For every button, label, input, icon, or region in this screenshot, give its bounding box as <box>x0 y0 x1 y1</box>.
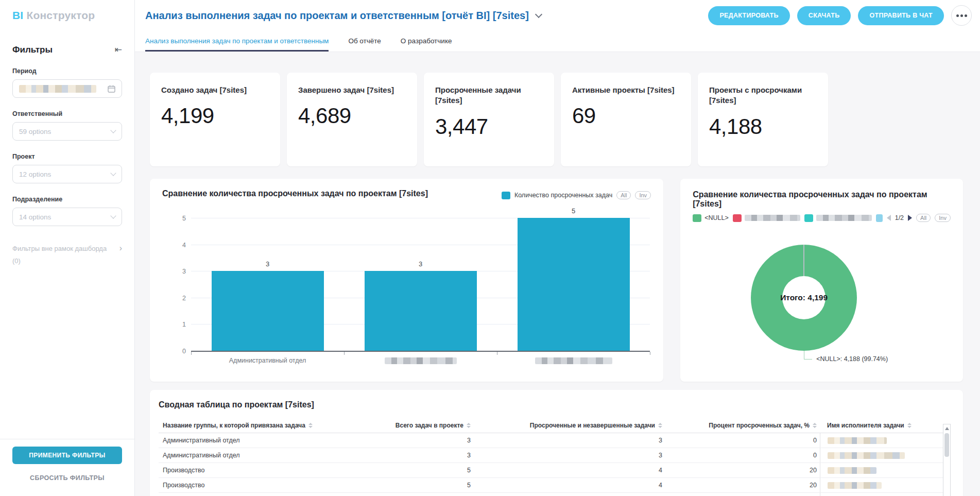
sort-icon[interactable] <box>308 423 313 428</box>
donut-legend-item[interactable]: <NULL> <box>693 214 729 222</box>
kpi-card: Активные проекты [7sites]69 <box>561 73 691 166</box>
sort-icon[interactable] <box>467 423 471 428</box>
legend-inv-button[interactable]: Inv <box>935 214 951 222</box>
cell-executor <box>820 463 951 477</box>
donut-ring[interactable]: Итого: 4,199 <box>751 245 857 351</box>
table-header-cell[interactable]: Имя исполнителя задачи <box>820 422 951 429</box>
header-label: Имя исполнителя задачи <box>827 422 904 429</box>
edit-button[interactable]: РЕДАКТИРОВАТЬ <box>708 6 789 25</box>
outer-filters-link[interactable]: Фильтры вне рамок дашборда › (0) <box>12 244 122 265</box>
bar-value-label: 3 <box>266 260 269 268</box>
cell-percent: 20 <box>665 482 820 489</box>
donut-legend-item[interactable] <box>804 214 872 222</box>
select-input[interactable]: 59 options <box>12 122 122 141</box>
legend-swatch <box>693 214 701 222</box>
download-button[interactable]: СКАЧАТЬ <box>797 6 851 25</box>
app-logo: BI Конструктор <box>12 0 122 31</box>
kpi-row: Создано задач [7sites]4,199Завершено зад… <box>150 73 963 166</box>
more-options-button[interactable] <box>951 5 972 26</box>
cell-total: 3 <box>349 452 474 459</box>
cell-overdue: 4 <box>474 482 665 489</box>
y-axis-label: 4 <box>169 242 186 249</box>
sort-icon[interactable] <box>658 423 662 428</box>
donut-chart-panel: Сравнение количества просроченных задач … <box>680 179 963 382</box>
report-title-dropdown[interactable]: Анализ выполнения задач по проектам и от… <box>145 10 541 22</box>
axis-tick <box>650 352 650 355</box>
table-row: Производство5420 <box>159 493 951 496</box>
kpi-card: Создано задач [7sites]4,199 <box>150 73 280 166</box>
table-row: Административный отдел330 <box>159 433 951 448</box>
page-title: Анализ выполнения задач по проектам и от… <box>145 10 529 22</box>
header-label: Название группы, к которой привязана зад… <box>163 422 305 429</box>
select-input[interactable]: 12 options <box>12 165 122 183</box>
apply-filters-button[interactable]: ПРИМЕНИТЬ ФИЛЬТРЫ <box>12 447 122 464</box>
donut-chart-legend: <NULL>1/2AllInv <box>693 214 951 222</box>
kpi-card: Проекты с просрочками [7sites]4,188 <box>698 73 828 166</box>
tab-2[interactable]: Об отчёте <box>348 31 381 52</box>
filter-label: Проект <box>12 153 122 160</box>
app-root: BI Конструктор Фильтры ⇤ ПериодОтветстве… <box>0 0 980 496</box>
kpi-value: 4,199 <box>161 104 269 128</box>
donut-legend-item[interactable] <box>733 214 800 222</box>
legend-label: Количество просроченных задач <box>514 192 612 199</box>
chevron-down-icon <box>110 213 116 218</box>
y-axis-label: 1 <box>169 321 186 328</box>
sort-icon[interactable] <box>907 423 912 428</box>
y-axis-label: 3 <box>169 268 186 275</box>
donut-legend-item[interactable] <box>876 214 883 222</box>
cell-group: Административный отдел <box>159 437 349 444</box>
kpi-card: Завершено задач [7sites]4,689 <box>287 73 417 166</box>
bar[interactable] <box>212 271 324 351</box>
legend-inv-button[interactable]: Inv <box>635 191 651 199</box>
redacted-executor-name <box>828 482 882 489</box>
legend-all-button[interactable]: All <box>916 214 931 222</box>
cell-executor <box>820 448 951 463</box>
filter-group: Период <box>12 67 122 98</box>
y-axis-label: 5 <box>169 215 186 222</box>
tab-1[interactable]: Анализ выполнения задач по проектам и от… <box>145 31 329 52</box>
outer-filters-label: Фильтры вне рамок дашборда <box>12 245 107 252</box>
legend-all-button[interactable]: All <box>616 191 631 199</box>
select-input[interactable]: 14 options <box>12 208 122 226</box>
table-row: Производство5420 <box>159 463 951 478</box>
bar-value-label: 3 <box>419 260 422 268</box>
scroll-up-icon[interactable] <box>945 427 949 430</box>
pager-next-icon[interactable] <box>908 215 912 221</box>
table-row: Производство5420 <box>159 478 951 493</box>
cell-percent: 0 <box>665 437 820 444</box>
sort-icon[interactable] <box>813 423 817 428</box>
tab-3[interactable]: О разработчике <box>401 31 452 52</box>
header-label: Всего задач в проекте <box>396 422 463 429</box>
filter-list: ПериодОтветственный59 optionsПроект12 op… <box>12 67 122 226</box>
cell-total: 3 <box>349 437 474 444</box>
reset-filters-button[interactable]: СБРОСИТЬ ФИЛЬТРЫ <box>12 474 122 482</box>
collapse-sidebar-icon[interactable]: ⇤ <box>115 44 122 55</box>
table-header-cell[interactable]: Процент просроченных задач, % <box>665 422 820 429</box>
scrollbar-thumb[interactable] <box>944 433 949 457</box>
redacted-legend-label <box>816 215 872 221</box>
bar-chart-legend: Количество просроченных задач All Inv <box>502 191 651 199</box>
pager-prev-icon[interactable] <box>887 215 891 221</box>
chevron-down-icon <box>535 11 542 18</box>
table-header-cell[interactable]: Просроченные и незавершенные задачи <box>474 422 665 429</box>
table-scrollbar[interactable] <box>943 424 951 496</box>
table-header-cell[interactable]: Название группы, к которой привязана зад… <box>159 422 349 429</box>
axis-tick <box>497 352 497 355</box>
x-axis-label: Административный отдел <box>191 357 344 364</box>
bar[interactable] <box>365 271 477 351</box>
bar-chart-panel: Сравнение количества просроченных задач … <box>150 179 663 382</box>
filter-label: Период <box>12 67 122 75</box>
bar[interactable] <box>518 218 630 351</box>
send-to-chat-button[interactable]: ОТПРАВИТЬ В ЧАТ <box>858 6 944 25</box>
legend-swatch <box>502 192 510 199</box>
date-input[interactable] <box>12 79 122 98</box>
logo-bi: BI <box>12 9 23 22</box>
cell-group: Производство <box>159 482 349 489</box>
filter-group: Подразделение14 options <box>12 196 122 226</box>
dashboard-content: Создано задач [7sites]4,199Завершено зад… <box>135 52 980 496</box>
select-placeholder: 59 options <box>19 128 51 135</box>
header-label: Просроченные и незавершенные задачи <box>530 422 655 429</box>
table-header-cell[interactable]: Всего задач в проекте <box>349 422 474 429</box>
bar-slot: 3 <box>191 219 344 351</box>
kpi-value: 4,188 <box>709 114 817 139</box>
